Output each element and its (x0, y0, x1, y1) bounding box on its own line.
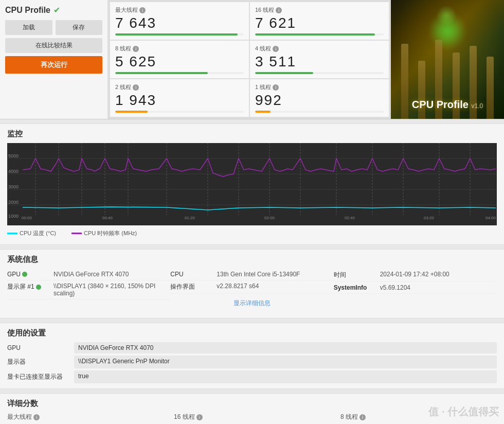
gpu-val: NVIDIA GeForce RTX 4070 (53, 271, 170, 278)
svg-text:2000: 2000 (8, 200, 19, 205)
display-val: \\DISPLAY1 (3840 × 2160, 150% DPI scalin… (53, 282, 170, 297)
score-value-5: 992 (255, 92, 384, 109)
settings-section: 使用的设置 GPUNVIDIA GeForce RTX 4070显示器\\DIS… (0, 323, 504, 389)
details-section: 详细分数 最大线程 i 7 643 每帧的平均模拟时间 45.8 ms 16 线… (0, 393, 504, 424)
time-row: 时间 2024-01-09 17:42 +08:00 (334, 269, 497, 282)
svg-text:00:00: 00:00 (22, 216, 32, 220)
setting-val-0: NVIDIA GeForce RTX 4070 (74, 342, 497, 354)
score-label-1: 16 线程 i (255, 6, 384, 14)
setting-key-0: GPU (7, 342, 69, 354)
time-key: 时间 (334, 271, 380, 279)
os-key: 操作界面 (170, 282, 217, 291)
sysinfo-val: v5.69.1204 (380, 284, 497, 291)
svg-text:4000: 4000 (8, 169, 19, 174)
detail-item-2: 8 线程 i 5 625 每帧的平均模拟时间 62.2 ms (340, 413, 497, 424)
svg-text:01:20: 01:20 (185, 216, 195, 220)
score-bar-2 (115, 72, 244, 74)
legend-temp-color (7, 233, 17, 234)
app-title: CPU Profile ✔ (5, 5, 102, 15)
detail-label-1: 16 线程 i (174, 413, 330, 421)
svg-text:02:00: 02:00 (264, 216, 275, 220)
info-col-3: 时间 2024-01-09 17:42 +08:00 SystemInfo v5… (334, 269, 497, 313)
score-info-icon-5[interactable]: i (273, 84, 279, 91)
detail-info-icon-2[interactable]: i (359, 414, 366, 420)
gpu-status-dot (22, 272, 27, 277)
sysinfo-row: SystemInfo v5.69.1204 (334, 282, 497, 294)
display-status-dot (36, 285, 41, 290)
run-button[interactable]: 再次运行 (5, 56, 102, 74)
score-cell-5: 1 线程 i 992 (250, 79, 389, 117)
setting-val-2: true (74, 370, 497, 383)
score-bar-3 (255, 72, 384, 74)
score-info-icon-2[interactable]: i (133, 46, 139, 52)
score-info-icon-4[interactable]: i (133, 84, 139, 91)
detail-info-icon-1[interactable]: i (196, 414, 203, 420)
gpu-row: GPU NVIDIA GeForce RTX 4070 (7, 269, 170, 280)
hero-image: CPU Profile v1.0 (391, 0, 504, 119)
svg-text:5000: 5000 (8, 153, 19, 158)
score-bar-fill-4 (115, 111, 148, 113)
monitor-chart: 5000 4000 3000 2000 1000 00:00 00:40 01:… (7, 143, 497, 220)
detail-info-icon-0[interactable]: i (33, 414, 40, 420)
settings-title: 使用的设置 (7, 328, 497, 338)
score-bar-fill-5 (255, 111, 271, 113)
monitor-section: 监控 5000 4000 3000 2000 1000 00:00 00:40 … (0, 123, 504, 245)
legend-freq-color (71, 233, 82, 234)
info-col-1: GPU NVIDIA GeForce RTX 4070 显示屏 #1 \\DIS… (7, 269, 170, 313)
app-title-text: CPU Profile (5, 6, 50, 15)
monitor-title: 监控 (7, 129, 497, 139)
svg-text:1000: 1000 (8, 214, 19, 219)
compare-button[interactable]: 在线比较结果 (5, 38, 102, 53)
score-bar-5 (255, 111, 384, 113)
score-info-icon-0[interactable]: i (139, 7, 146, 13)
save-button[interactable]: 保存 (56, 20, 103, 35)
cpu-key: CPU (170, 271, 217, 278)
legend-temp-label: CPU 温度 (°C) (20, 229, 56, 237)
hero-title: CPU Profile v1.0 (412, 99, 483, 119)
score-bar-fill-3 (255, 72, 313, 74)
settings-grid: GPUNVIDIA GeForce RTX 4070显示器\\DISPLAY1 … (7, 342, 497, 383)
detail-grid: 最大线程 i 7 643 每帧的平均模拟时间 45.8 ms 16 线程 i 7… (7, 413, 497, 424)
info-grid: GPU NVIDIA GeForce RTX 4070 显示屏 #1 \\DIS… (7, 269, 497, 313)
os-row: 操作界面 v2.28.8217 s64 (170, 280, 333, 294)
score-label-3: 4 线程 i (255, 45, 384, 52)
display-key: 显示屏 #1 (7, 282, 53, 291)
score-value-3: 3 511 (255, 54, 384, 70)
score-cell-3: 4 线程 i 3 511 (250, 41, 389, 78)
svg-text:3000: 3000 (8, 184, 19, 189)
add-button[interactable]: 加载 (5, 20, 52, 35)
detail-label-2: 8 线程 i (340, 413, 497, 421)
sysinfo-key: SystemInfo (334, 284, 380, 291)
svg-text:04:00: 04:00 (485, 216, 496, 220)
svg-text:03:20: 03:20 (424, 216, 435, 220)
detail-item-1: 16 线程 i 7 621 每帧的平均模拟时间 45.9 ms (174, 413, 330, 424)
score-grid: 最大线程 i 7 643 16 线程 i 7 621 8 线程 i 5 625 … (108, 0, 391, 119)
score-info-icon-1[interactable]: i (276, 7, 282, 13)
score-info-icon-3[interactable]: i (273, 46, 279, 52)
score-label-5: 1 线程 i (255, 83, 384, 91)
show-details-link[interactable]: 显示详细信息 (230, 296, 274, 311)
time-val: 2024-01-09 17:42 +08:00 (380, 271, 497, 278)
hero-version: v1.0 (471, 102, 483, 110)
score-label-2: 8 线程 i (115, 45, 244, 52)
svg-rect-0 (7, 143, 497, 220)
chart-container: 5000 4000 3000 2000 1000 00:00 00:40 01:… (7, 143, 497, 225)
score-bar-4 (115, 111, 244, 113)
detail-label-0: 最大线程 i (7, 413, 164, 421)
score-label-0: 最大线程 i (115, 6, 244, 14)
svg-text:02:40: 02:40 (345, 216, 355, 220)
cpu-val: 13th Gen Intel Core i5-13490F (217, 271, 333, 278)
detail-item-0: 最大线程 i 7 643 每帧的平均模拟时间 45.8 ms (7, 413, 164, 424)
score-bar-1 (255, 33, 384, 36)
score-value-4: 1 943 (115, 92, 244, 109)
chart-legend: CPU 温度 (°C) CPU 时钟频率 (MHz) (7, 227, 497, 239)
score-value-2: 5 625 (115, 54, 244, 70)
score-bar-fill-0 (115, 33, 238, 36)
show-details-row: 显示详细信息 (170, 294, 333, 313)
score-cell-1: 16 线程 i 7 621 (250, 2, 389, 40)
display-row: 显示屏 #1 \\DISPLAY1 (3840 × 2160, 150% DPI… (7, 280, 170, 299)
system-section: 系统信息 GPU NVIDIA GeForce RTX 4070 显示屏 #1 (0, 249, 504, 319)
setting-val-1: \\DISPLAY1 Generic PnP Monitor (74, 356, 497, 368)
svg-text:00:40: 00:40 (102, 216, 113, 220)
score-cell-4: 2 线程 i 1 943 (110, 79, 249, 117)
